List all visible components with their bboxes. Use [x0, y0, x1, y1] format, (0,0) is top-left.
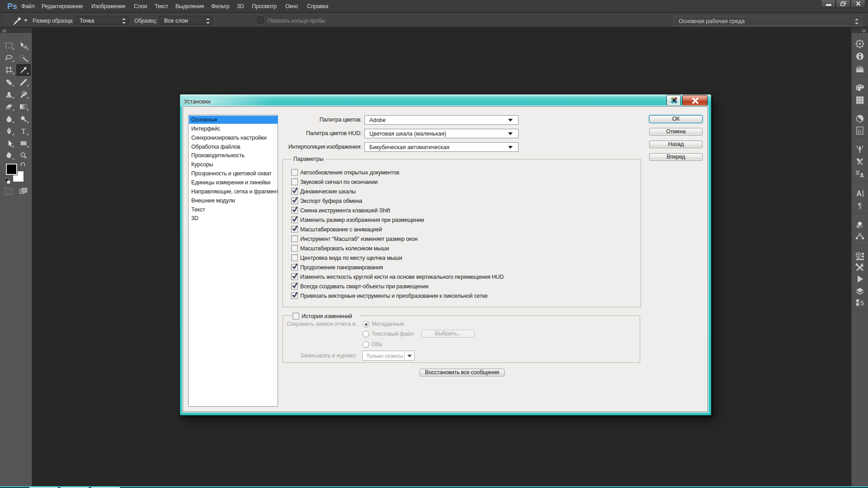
svg-text:¶: ¶: [858, 202, 862, 210]
svg-text:T: T: [21, 127, 26, 136]
svg-text:A: A: [856, 190, 862, 197]
svg-text:fx: fx: [858, 128, 862, 134]
svg-text:5: 5: [860, 299, 864, 307]
